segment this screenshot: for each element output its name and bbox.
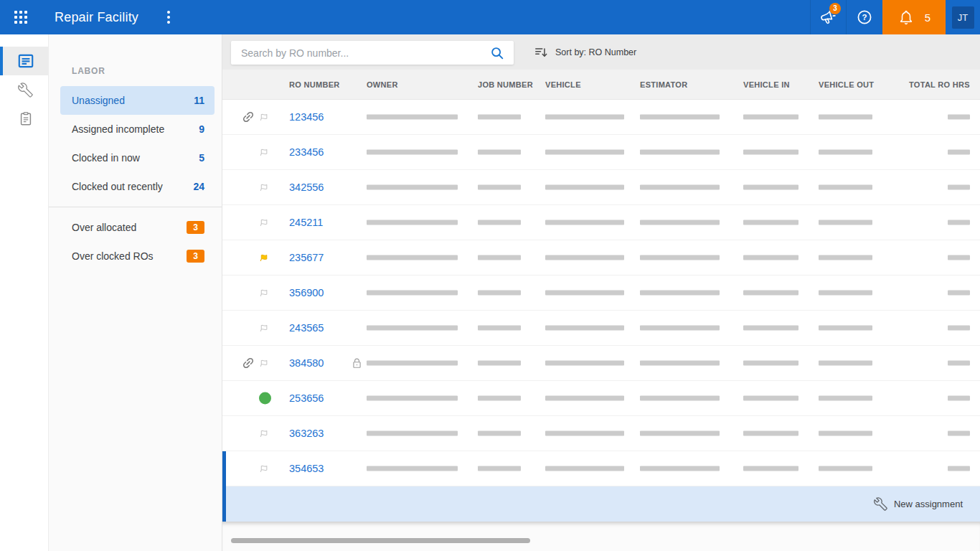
sidebar-item-assigned-incomplete[interactable]: Assigned incomplete9 [60,115,215,143]
placeholder-bar [478,185,521,190]
flag-button[interactable] [258,110,272,123]
placeholder-bar [545,466,624,471]
placeholder-bar [743,396,798,401]
flag-button[interactable] [258,286,272,299]
notifications-button[interactable]: 5 [882,0,946,34]
sort-icon [534,46,548,59]
placeholder-bar [478,466,521,471]
announcements-button[interactable]: 3 [810,0,846,34]
placeholder-bar [478,361,521,366]
ro-number-link[interactable]: 233456 [289,146,324,158]
ro-number-link[interactable]: 253656 [289,392,324,404]
placeholder-bar [948,115,970,120]
ro-number-link[interactable]: 354653 [289,463,324,474]
clipboard-icon [18,110,34,127]
flag-icon [258,462,272,475]
ro-number-link[interactable]: 235677 [289,252,324,263]
sort-control[interactable]: Sort by: RO Number [534,34,636,70]
flag-button[interactable] [258,251,272,264]
sidebar-item-clocked-in-now[interactable]: Clocked in now5 [60,143,215,172]
count-badge: 24 [193,181,204,192]
rail-item-labor-board[interactable] [0,47,48,75]
apps-grid-button[interactable] [9,5,33,29]
help-icon: ? [856,9,873,26]
placeholder-bar [819,115,872,120]
table-row[interactable]: 233456 [222,135,980,170]
wrench-icon [18,83,33,98]
search-input[interactable] [231,47,489,59]
ro-number-link[interactable]: 245211 [289,217,323,228]
ro-number-link[interactable]: 243565 [289,322,324,334]
sidebar-item-label: Unassigned [72,95,125,106]
link-icon-cell [241,110,255,124]
column-header-total-ro-hrs: TOTAL RO HRS [909,80,970,89]
placeholder-bar [743,431,798,436]
placeholder-bar [367,396,458,401]
placeholder-bar [367,255,458,260]
placeholder-bar [478,396,521,401]
ro-number-link[interactable]: 342556 [289,182,324,193]
table-row[interactable]: 384580 [222,346,980,381]
table-row[interactable]: 356900 [222,276,980,311]
repair-facility-app: Repair Facility 3 ? [0,0,980,551]
sidebar-item-over-clocked-ros[interactable]: Over clocked ROs3 [60,242,215,270]
content: LABOR Unassigned11Assigned incomplete9Cl… [0,34,980,551]
horizontal-scrollbar[interactable] [231,538,530,543]
search-icon[interactable] [489,45,505,61]
status-dot-green [259,392,271,405]
placeholder-bar [545,150,624,155]
table-row[interactable]: 235677 [222,240,980,276]
flag-button[interactable] [258,427,272,440]
overflow-menu-button[interactable] [160,4,177,30]
table-row[interactable]: 243565 [222,311,980,346]
sidebar-item-label: Clocked in now [72,152,140,164]
placeholder-bar [640,185,720,190]
ro-number-link[interactable]: 356900 [289,287,324,298]
table-row[interactable]: 245211 [222,205,980,240]
flag-button[interactable] [258,357,272,369]
flag-button[interactable] [258,216,272,229]
table-body: 1234562334563425562452112356773569002435… [222,100,980,486]
ro-number-link[interactable]: 363263 [289,428,324,439]
table-row[interactable]: 123456 [222,100,980,135]
placeholder-bar [545,185,624,190]
sidebar-item-over-allocated[interactable]: Over allocated3 [60,213,215,242]
toolbar: Sort by: RO Number [222,34,980,70]
placeholder-bar [743,326,798,331]
placeholder-bar [743,361,798,366]
flag-icon [258,321,272,334]
sidebar-item-clocked-out-recently[interactable]: Clocked out recently24 [60,172,215,201]
table-row[interactable]: 354653 [222,451,980,486]
labor-sidebar: LABOR Unassigned11Assigned incomplete9Cl… [49,34,222,551]
flag-icon [258,181,272,194]
ro-number-link[interactable]: 123456 [289,111,324,123]
sort-label: Sort by: RO Number [555,47,636,57]
rail-item-work-orders[interactable] [0,104,48,133]
flag-button[interactable] [258,181,272,194]
column-header-estimator: ESTIMATOR [640,80,687,89]
new-assignment-button[interactable]: New assignment [874,497,963,511]
flag-button[interactable] [258,321,272,334]
placeholder-bar [948,396,970,401]
placeholder-bar [819,291,872,296]
column-header-ro-number: RO NUMBER [289,80,340,89]
alert-count-badge: 3 [187,250,204,263]
ro-number-link[interactable]: 384580 [289,357,324,369]
placeholder-bar [478,431,521,436]
sidebar-item-unassigned[interactable]: Unassigned11 [60,86,215,115]
table-row[interactable]: 342556 [222,170,980,205]
flag-button[interactable] [258,462,272,475]
column-header-job-number: JOB NUMBER [478,80,533,89]
placeholder-bar [478,150,521,155]
placeholder-bar [819,255,872,260]
count-badge: 5 [199,152,204,164]
placeholder-bar [545,431,624,436]
table-row[interactable]: 253656 [222,381,980,416]
table-row[interactable]: 363263 [222,416,980,451]
help-button[interactable]: ? [846,0,882,34]
placeholder-bar [819,361,872,366]
rail-item-assignments[interactable] [0,75,48,104]
flag-button[interactable] [258,146,272,159]
placeholder-bar [478,255,521,260]
user-menu-button[interactable]: JT [946,0,980,34]
